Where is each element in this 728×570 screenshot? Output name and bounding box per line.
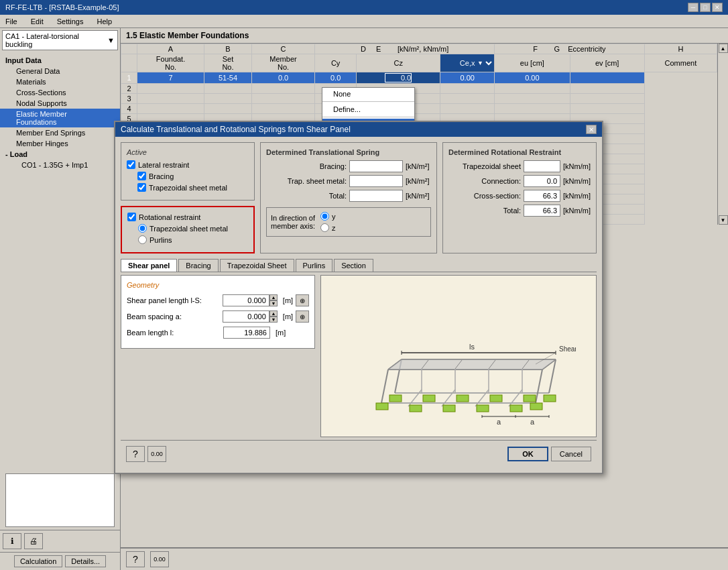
dir-z-radio[interactable] <box>320 223 329 232</box>
trapezoidal-checkbox[interactable] <box>137 183 146 192</box>
cross-section-input[interactable] <box>524 190 560 202</box>
table-scrollbar[interactable]: ▲ ▼ <box>717 44 728 225</box>
ok-button[interactable]: OK <box>507 447 548 461</box>
rotational-restraint-checkbox[interactable] <box>127 213 136 221</box>
tree-co1[interactable]: CO1 - 1.35G + Imp1 <box>0 160 120 170</box>
menu-help[interactable]: Help <box>94 17 115 26</box>
trap-sheet-radio[interactable] <box>138 224 147 233</box>
left-panel: CA1 - Lateral-torsional buckling ▼ Input… <box>0 28 121 570</box>
col-header-rownum <box>121 44 137 54</box>
menu-define[interactable]: Define... <box>322 103 414 115</box>
shear-panel-length-input[interactable] <box>223 294 269 306</box>
shear-panel-pick-button[interactable]: ⊕ <box>296 294 309 306</box>
beam-spacing-input[interactable] <box>223 310 269 323</box>
subheader-member: MemberNo. <box>251 54 314 72</box>
help-icon-button[interactable]: ? <box>126 551 145 567</box>
dir-y-radio[interactable] <box>320 212 329 221</box>
modal-bottom-left: ? 0.00 <box>126 446 166 462</box>
total-rot-input[interactable] <box>524 205 560 217</box>
modal-value-button[interactable]: 0.00 <box>147 446 166 462</box>
tree-nodal-supports[interactable]: Nodal Supports <box>0 98 120 109</box>
bracing-checkbox[interactable] <box>137 172 146 180</box>
total-rot-label: Total: <box>448 207 521 215</box>
tab-bracing[interactable]: Bracing <box>178 259 218 272</box>
purlins-radio[interactable] <box>138 235 147 244</box>
trap-sheet-rot-input[interactable] <box>524 160 560 172</box>
table-row[interactable]: 1751-540.00.00.000.00 <box>121 72 717 84</box>
tab-trapezoidal-sheet[interactable]: Trapezoidal Sheet <box>220 259 294 272</box>
direction-section: In direction ofmember axis: y z <box>266 207 431 237</box>
purlins-radio-row: Purlins <box>138 235 248 244</box>
left-bottom-buttons: ℹ 🖨 <box>0 530 120 552</box>
beam-spacing-spin-up[interactable]: ▲ <box>269 310 278 317</box>
trap-sheet-radio-row: Trapezoidal sheet metal <box>138 224 248 233</box>
close-button[interactable]: ✕ <box>712 3 723 12</box>
scroll-up[interactable]: ▲ <box>719 44 728 53</box>
translational-spring-section: Determined Translational Spring Bracing:… <box>260 142 437 253</box>
col-header-f-group: F G Eccentricity <box>495 44 645 54</box>
bracing-spring-input[interactable] <box>349 160 403 172</box>
tab-section[interactable]: Section <box>334 259 373 272</box>
beam-spacing-spin-down[interactable]: ▼ <box>269 317 278 323</box>
beam-length-unit: [m] <box>276 329 286 337</box>
tree-cross-sections[interactable]: Cross-Sections <box>0 87 120 98</box>
cex-dropdown[interactable]: ▼ <box>475 54 494 72</box>
lateral-restraint-checkbox[interactable] <box>127 160 135 169</box>
tab-shear-panel[interactable]: Shear panel <box>121 259 177 272</box>
bracing-unit: [kN/m²] <box>406 162 429 170</box>
cancel-button[interactable]: Cancel <box>551 447 591 461</box>
menu-none[interactable]: None <box>322 88 414 100</box>
shear-panel-spin-down[interactable]: ▼ <box>269 300 278 306</box>
table-row[interactable]: 4 <box>121 104 717 114</box>
maximize-button[interactable]: □ <box>700 3 711 12</box>
shear-panel-spin-up[interactable]: ▲ <box>269 294 278 300</box>
menu-settings[interactable]: Settings <box>54 17 86 26</box>
modal-close-button[interactable]: ✕ <box>586 125 597 134</box>
menu-file[interactable]: File <box>3 17 20 26</box>
beam-spacing-pick-button[interactable]: ⊕ <box>296 310 309 323</box>
tab-purlins[interactable]: Purlins <box>296 259 333 272</box>
case-dropdown[interactable]: CA1 - Lateral-torsional buckling ▼ <box>2 30 118 50</box>
info-button[interactable]: ℹ <box>3 533 21 549</box>
modal-bottom-right: OK Cancel <box>507 447 591 461</box>
tree-materials[interactable]: Materials <box>0 76 120 87</box>
table-row[interactable]: 3 <box>121 94 717 104</box>
case-dropdown-label: CA1 - Lateral-torsional buckling <box>5 32 107 48</box>
scroll-down[interactable]: ▼ <box>719 215 728 225</box>
shear-panel-image: ls a a Shear panel <box>320 275 597 437</box>
tree-load[interactable]: - Load <box>0 149 120 160</box>
print-button[interactable]: 🖨 <box>24 533 43 549</box>
details-button[interactable]: Details... <box>65 555 106 567</box>
minimize-button[interactable]: ─ <box>688 3 699 12</box>
value-display-button[interactable]: 0.00 <box>150 551 169 567</box>
subheader-cex: Ce,x ▼ <box>440 54 495 72</box>
col-header-d-group: D E [kN/m², kNm/m] <box>315 44 495 54</box>
tree-member-end-springs[interactable]: Member End Springs <box>0 127 120 138</box>
modal-title-bar: Calculate Translational and Rotational S… <box>115 122 602 137</box>
active-section-title: Active <box>127 148 249 156</box>
beam-length-input[interactable] <box>223 327 270 339</box>
modal-help-button[interactable]: ? <box>126 446 145 462</box>
tree-general-data[interactable]: General Data <box>0 66 120 76</box>
rotational-restraint-section: Determined Rotational Restraint Trapezoi… <box>442 142 597 253</box>
bracing-row: Bracing <box>137 172 249 180</box>
trap-spring-label: Trap. sheet metal: <box>266 177 347 185</box>
svg-rect-35 <box>544 395 556 402</box>
subheader-eu: eu [cm] <box>495 54 570 72</box>
rotational-section: Rotational restraint Trapezoidal sheet m… <box>121 206 255 253</box>
menu-edit[interactable]: Edit <box>28 17 46 26</box>
active-cell-input[interactable] <box>385 73 412 82</box>
col-header-c: C <box>251 44 314 54</box>
table-row[interactable]: 2 <box>121 84 717 94</box>
tree-elastic-foundations[interactable]: Elastic Member Foundations <box>0 109 120 127</box>
tree-member-hinges[interactable]: Member Hinges <box>0 138 120 149</box>
total-spring-input[interactable] <box>349 190 403 202</box>
cross-section-label: Cross-section: <box>448 192 521 200</box>
menu-bar: File Edit Settings Help <box>0 15 728 28</box>
trap-spring-input[interactable] <box>349 175 403 187</box>
calculation-button[interactable]: Calculation <box>14 555 62 567</box>
col-header-b: B <box>204 44 252 54</box>
active-section: Active Lateral restraint Bracing Trapezo… <box>121 142 255 201</box>
connection-input[interactable] <box>524 175 560 187</box>
subheader-cy: Cy <box>315 54 357 72</box>
